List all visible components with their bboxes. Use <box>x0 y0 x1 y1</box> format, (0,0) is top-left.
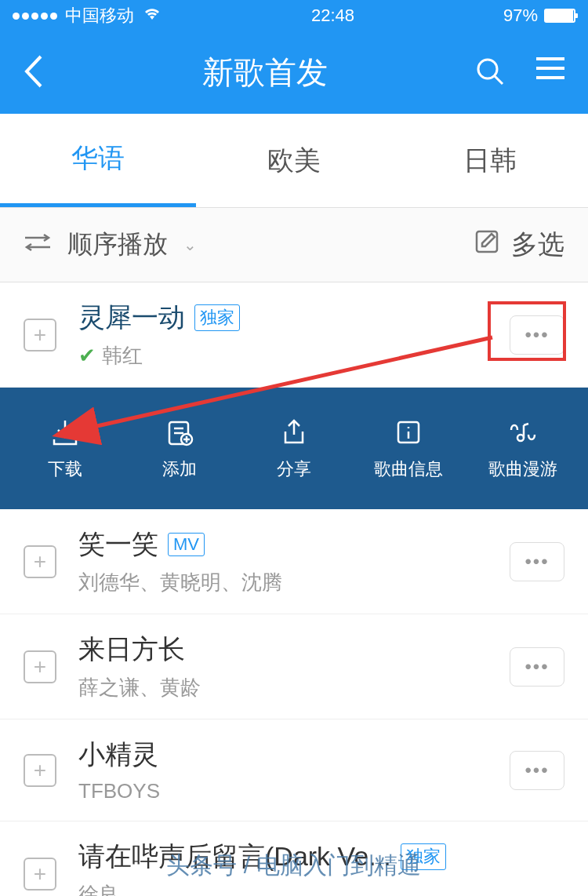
verified-icon: ✔ <box>78 344 96 367</box>
song-action-panel: 下载 添加 分享 歌曲信息 歌曲漫游 <box>0 388 588 509</box>
play-mode-button[interactable]: 顺序播放 ⌄ <box>24 228 197 262</box>
song-row[interactable]: + 笑一笑 MV 刘德华、黄晓明、沈腾 ••• <box>0 509 588 614</box>
add-button[interactable]: + <box>24 754 56 787</box>
wifi-icon <box>142 5 162 26</box>
menu-icon[interactable] <box>536 56 564 89</box>
download-button[interactable]: 下载 <box>8 388 122 509</box>
status-right: 97% <box>503 5 575 26</box>
add-button[interactable]: + <box>24 858 56 891</box>
battery-pct: 97% <box>503 5 538 26</box>
search-icon[interactable] <box>475 56 505 89</box>
add-to-button[interactable]: 添加 <box>122 388 237 509</box>
music-roam-icon <box>506 417 539 448</box>
roam-button[interactable]: 歌曲漫游 <box>466 388 580 509</box>
category-tabs: 华语 欧美 日韩 <box>0 114 588 208</box>
svg-line-1 <box>495 76 503 84</box>
info-icon <box>394 417 423 448</box>
song-artist: TFBOYS <box>78 779 498 803</box>
add-button[interactable]: + <box>24 545 56 578</box>
tab-chinese[interactable]: 华语 <box>0 114 196 207</box>
song-row[interactable]: + 来日方长 薛之谦、黄龄 ••• <box>0 614 588 719</box>
add-list-icon <box>165 417 194 448</box>
song-artist: ✔韩红 <box>78 342 498 370</box>
nav-bar: 新歌首发 <box>0 31 588 114</box>
chevron-down-icon: ⌄ <box>183 235 197 254</box>
exclusive-badge: 独家 <box>194 304 240 331</box>
more-button[interactable]: ••• <box>510 542 564 581</box>
download-icon <box>50 417 80 448</box>
tab-jk[interactable]: 日韩 <box>392 114 588 207</box>
carrier-label: 中国移动 <box>65 4 134 27</box>
more-button[interactable]: ••• <box>510 751 564 790</box>
song-title: 小精灵 <box>78 737 158 773</box>
svg-point-0 <box>478 60 497 78</box>
back-button[interactable] <box>24 55 55 91</box>
watermark-text: 头条号 / 电脑入门到精通 <box>166 850 421 882</box>
song-title: 笑一笑 <box>78 526 158 563</box>
annotation-box <box>488 301 566 361</box>
song-title: 灵犀一动 <box>78 300 185 336</box>
song-artist: 薛之谦、黄龄 <box>78 674 498 701</box>
song-artist: 刘德华、黄晓明、沈腾 <box>78 569 498 596</box>
share-button[interactable]: 分享 <box>237 388 351 509</box>
status-time: 22:48 <box>162 5 503 26</box>
status-bar: 中国移动 22:48 97% <box>0 0 588 31</box>
song-row[interactable]: + 小精灵 TFBOYS ••• <box>0 719 588 821</box>
tab-western[interactable]: 欧美 <box>196 114 392 207</box>
status-left: 中国移动 <box>13 4 162 27</box>
signal-dots-icon <box>13 13 57 20</box>
add-button[interactable]: + <box>24 650 56 683</box>
mv-badge: MV <box>168 533 205 556</box>
add-button[interactable]: + <box>24 319 56 351</box>
page-title: 新歌首发 <box>55 51 475 94</box>
info-button[interactable]: 歌曲信息 <box>351 388 466 509</box>
battery-icon <box>544 9 575 23</box>
song-artist: 徐良 <box>78 881 564 896</box>
more-button[interactable]: ••• <box>510 647 564 687</box>
svg-rect-7 <box>477 231 497 252</box>
song-title: 来日方长 <box>78 632 185 668</box>
sequential-icon <box>24 231 52 260</box>
edit-icon <box>474 229 499 260</box>
multi-select-button[interactable]: 多选 <box>474 227 564 263</box>
song-list: + 灵犀一动 独家 ✔韩红 ••• 下载 添加 <box>0 282 588 896</box>
share-icon <box>279 417 309 448</box>
list-controls: 顺序播放 ⌄ 多选 <box>0 208 588 282</box>
